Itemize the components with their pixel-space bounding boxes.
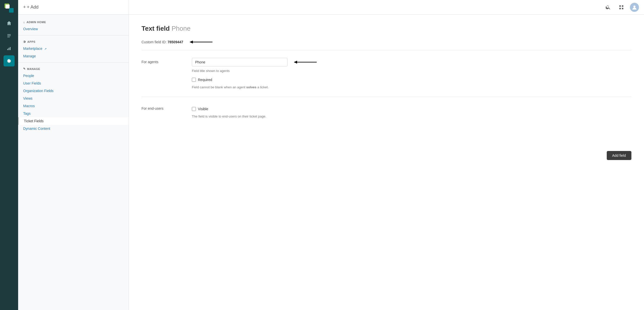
search-icon[interactable]: [604, 3, 613, 12]
arrow-svg-2: [292, 59, 322, 65]
svg-rect-9: [622, 8, 623, 9]
sidebar-item-views[interactable]: Views: [18, 95, 129, 102]
sidebar-item-macros[interactable]: Macros: [18, 102, 129, 110]
for-agents-section: For agents Field title shown to agents: [141, 50, 631, 97]
logo[interactable]: [4, 3, 15, 14]
for-agents-label: For agents: [141, 58, 182, 89]
svg-rect-2: [7, 37, 10, 37]
for-end-users-label: For end-users: [141, 104, 182, 118]
agent-title-input[interactable]: [192, 58, 288, 66]
grid-icon[interactable]: [617, 3, 626, 12]
arrow-indicator-1: [187, 39, 218, 45]
for-end-users-section: For end-users Visible The field is visib…: [141, 97, 631, 126]
home-section-icon: ⌂: [23, 21, 25, 24]
svg-marker-14: [294, 61, 297, 64]
required-desc: Field cannot be blank when an agent solv…: [192, 85, 631, 89]
sidebar-item-dynamic-content[interactable]: Dynamic Content: [18, 125, 129, 132]
svg-rect-6: [619, 5, 621, 7]
external-link-icon: ↗: [44, 47, 47, 50]
arrow-indicator-2: [292, 59, 322, 65]
field-title-helper: Field title shown to agents: [192, 69, 631, 73]
add-plus-icon: +: [23, 5, 26, 10]
apps-section-icon: ◑: [23, 40, 26, 43]
svg-rect-5: [10, 47, 11, 50]
required-label[interactable]: Required: [198, 78, 212, 82]
sidebar-item-ticket-fields[interactable]: Ticket Fields: [18, 117, 129, 125]
sidebar-item-org-fields[interactable]: Organization Fields: [18, 87, 129, 95]
svg-rect-8: [619, 8, 621, 9]
page-title-text: Text field: [141, 25, 170, 32]
action-bar: Add field: [141, 141, 631, 160]
visible-desc: The field is visible to end-users on the…: [192, 114, 631, 118]
for-end-users-controls: Visible The field is visible to end-user…: [192, 104, 631, 118]
admin-home-section: ⌂ ADMIN HOME: [18, 19, 129, 25]
page-subtitle-text: Phone: [171, 25, 190, 32]
avatar[interactable]: [630, 3, 639, 12]
required-checkbox-row: Required: [192, 78, 631, 82]
add-button[interactable]: + + Add: [23, 5, 39, 10]
visible-label[interactable]: Visible: [198, 107, 208, 111]
main-area: Text field Phone Custom field ID: 785094…: [129, 0, 644, 310]
required-checkbox[interactable]: [192, 78, 196, 82]
svg-point-10: [633, 6, 635, 8]
tickets-icon[interactable]: [4, 30, 15, 41]
sidebar: + + Add ⌂ ADMIN HOME Overview ◑ APPS Mar…: [18, 0, 129, 310]
sidebar-item-overview[interactable]: Overview: [18, 25, 129, 33]
sidebar-item-people[interactable]: People: [18, 72, 129, 80]
manage-label: MANAGE: [27, 67, 40, 70]
svg-rect-1: [7, 35, 11, 36]
sidebar-top-bar: + + Add: [18, 0, 129, 15]
home-icon[interactable]: [4, 18, 15, 29]
svg-rect-7: [622, 5, 623, 7]
sidebar-divider-1: [18, 35, 129, 35]
sidebar-item-marketplace[interactable]: Marketplace ↗: [18, 45, 129, 52]
svg-rect-4: [9, 48, 9, 50]
page-title: Text field Phone: [141, 25, 631, 32]
visible-checkbox[interactable]: [192, 107, 196, 111]
visible-checkbox-row: Visible: [192, 107, 631, 111]
field-id-value: 78509447: [167, 40, 183, 44]
sidebar-divider-2: [18, 62, 129, 63]
apps-section: ◑ APPS: [18, 38, 129, 45]
svg-rect-3: [7, 49, 8, 50]
apps-label: APPS: [27, 40, 35, 43]
solves-bold: solves: [246, 85, 256, 89]
svg-marker-12: [190, 41, 193, 44]
add-label: + Add: [27, 5, 39, 10]
sidebar-item-tags[interactable]: Tags: [18, 110, 129, 117]
icon-rail: [0, 0, 18, 310]
manage-section: ✎ MANAGE: [18, 65, 129, 72]
field-id-text: Custom field ID: 78509447: [141, 40, 183, 44]
for-agents-controls: Field title shown to agents Required Fie…: [192, 58, 631, 89]
field-id-row: Custom field ID: 78509447: [141, 34, 631, 50]
sidebar-item-manage-apps[interactable]: Manage: [18, 52, 129, 60]
sidebar-content: ⌂ ADMIN HOME Overview ◑ APPS Marketplace…: [18, 15, 129, 136]
content-area: Text field Phone Custom field ID: 785094…: [129, 15, 644, 310]
arrow-svg-1: [187, 39, 218, 45]
admin-home-label: ADMIN HOME: [26, 21, 46, 24]
top-header: [129, 0, 644, 15]
sidebar-item-user-fields[interactable]: User Fields: [18, 80, 129, 87]
manage-section-icon: ✎: [23, 67, 26, 70]
svg-rect-0: [7, 34, 11, 35]
add-field-button[interactable]: Add field: [607, 151, 631, 160]
text-input-row: [192, 58, 631, 66]
reports-icon[interactable]: [4, 43, 15, 54]
settings-icon[interactable]: [4, 55, 15, 66]
